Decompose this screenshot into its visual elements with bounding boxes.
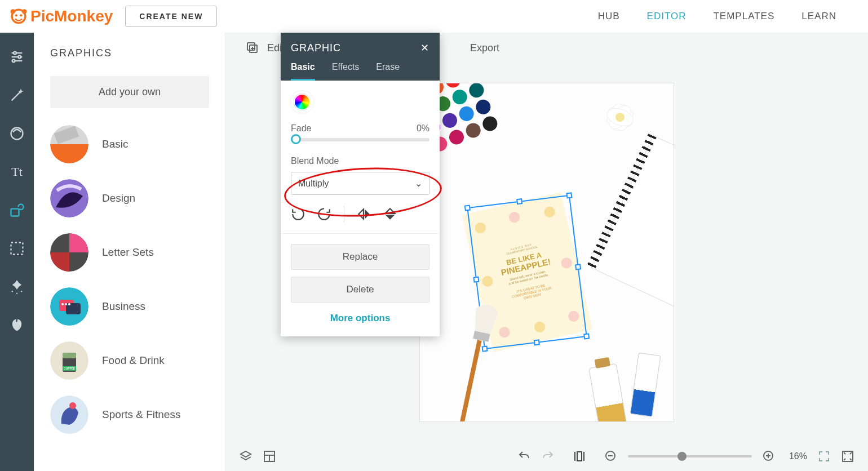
category-label: Food & Drink <box>102 354 165 367</box>
brand-text: PicMonkey <box>30 7 113 25</box>
nav-learn[interactable]: LEARN <box>801 11 836 22</box>
svg-rect-35 <box>247 43 255 50</box>
create-new-button[interactable]: CREATE NEW <box>125 6 217 27</box>
canvas[interactable]: ALGIES BAY ELEMENTARY SCHOOL BE LIKE A P… <box>420 83 674 421</box>
svg-point-25 <box>65 303 67 305</box>
svg-rect-29 <box>63 353 76 358</box>
category-label: Design <box>102 192 135 205</box>
tab-effects[interactable]: Effects <box>332 62 360 81</box>
category-letter-sets[interactable]: Letter Sets <box>50 233 209 272</box>
export-label[interactable]: Export <box>470 42 499 54</box>
svg-rect-12 <box>11 209 19 216</box>
svg-rect-45 <box>457 332 483 421</box>
svg-point-24 <box>61 303 64 305</box>
category-basic[interactable]: Basic <box>50 125 209 163</box>
monkey-icon <box>9 7 28 26</box>
tool-magic-icon[interactable] <box>8 87 25 104</box>
food-thumb-icon: COFFEE <box>50 341 88 380</box>
svg-point-44 <box>615 113 625 122</box>
fade-value: 0% <box>417 123 429 134</box>
blend-label: Blend Mode <box>291 156 429 166</box>
chevron-down-icon: ⌄ <box>415 178 422 189</box>
panel-title: GRAPHIC <box>291 42 341 54</box>
fade-slider[interactable] <box>291 138 429 141</box>
tube-yellow <box>588 363 629 421</box>
svg-point-8 <box>18 56 21 59</box>
fade-label: Fade <box>291 123 311 134</box>
lettersets-thumb-icon <box>50 233 88 272</box>
category-label: Sports & Fitness <box>102 408 180 421</box>
redo-icon[interactable] <box>541 450 555 463</box>
replace-button[interactable]: Replace <box>291 244 429 270</box>
category-label: Business <box>102 300 145 313</box>
svg-point-6 <box>14 52 16 55</box>
nav-editor[interactable]: EDITOR <box>647 11 687 22</box>
category-label: Basic <box>102 138 128 150</box>
svg-text:COFFEE: COFFEE <box>64 367 76 370</box>
design-thumb-icon <box>50 179 88 217</box>
svg-point-3 <box>15 14 17 16</box>
category-design[interactable]: Design <box>50 179 209 217</box>
layers-icon[interactable] <box>239 450 253 463</box>
blend-value: Multiply <box>298 179 329 189</box>
svg-point-26 <box>68 303 70 305</box>
flower-decor <box>589 95 651 145</box>
svg-point-4 <box>20 14 22 16</box>
svg-point-1 <box>11 9 16 14</box>
category-food-drink[interactable]: COFFEE Food & Drink <box>50 341 209 380</box>
brand-logo[interactable]: PicMonkey <box>9 7 113 26</box>
svg-rect-50 <box>577 452 582 461</box>
svg-point-16 <box>16 293 17 294</box>
tube-blue <box>630 353 661 417</box>
grid-icon[interactable] <box>263 450 276 463</box>
category-sports-fitness[interactable]: Sports & Fitness <box>50 396 209 434</box>
tool-textures-icon[interactable] <box>8 278 25 295</box>
nav-hub[interactable]: HUB <box>598 11 620 22</box>
rotate-cw-icon[interactable] <box>317 207 331 221</box>
nav-templates[interactable]: TEMPLATES <box>713 11 774 22</box>
color-wheel[interactable] <box>291 91 313 113</box>
fullscreen-icon[interactable] <box>841 450 854 463</box>
sidebar-title: GRAPHICS <box>50 47 209 59</box>
notebook-decor <box>591 135 674 313</box>
flip-vertical-icon[interactable] <box>383 207 397 221</box>
blend-mode-select[interactable]: Multiply ⌄ <box>291 172 429 195</box>
fit-icon[interactable] <box>573 450 586 463</box>
svg-point-15 <box>21 291 22 292</box>
tool-text-icon[interactable]: Tt <box>8 163 25 180</box>
tool-frames-icon[interactable] <box>8 240 25 257</box>
zoom-value: 16% <box>789 451 807 461</box>
category-label: Letter Sets <box>102 246 154 259</box>
svg-point-2 <box>22 9 27 14</box>
tab-basic[interactable]: Basic <box>291 62 315 81</box>
flip-horizontal-icon[interactable] <box>357 207 371 221</box>
zoom-in-icon[interactable] <box>762 450 776 463</box>
expand-icon[interactable] <box>817 450 831 463</box>
more-options-link[interactable]: More options <box>291 309 429 326</box>
delete-button[interactable]: Delete <box>291 277 429 303</box>
undo-icon[interactable] <box>517 450 531 463</box>
tool-touchup-icon[interactable] <box>8 125 25 142</box>
tool-themes-icon[interactable] <box>8 317 25 334</box>
sports-thumb-icon <box>50 396 88 434</box>
business-thumb-icon <box>50 287 88 326</box>
layers-duplicate-icon[interactable] <box>246 41 259 55</box>
svg-point-14 <box>12 291 13 292</box>
tool-adjustments[interactable] <box>8 48 25 65</box>
svg-point-10 <box>12 60 15 63</box>
tab-erase[interactable]: Erase <box>376 62 400 81</box>
zoom-out-icon[interactable] <box>604 450 618 463</box>
basic-thumb-icon <box>50 125 88 163</box>
svg-point-33 <box>69 402 76 409</box>
close-icon[interactable]: ✕ <box>420 42 429 54</box>
tool-graphics-icon[interactable] <box>8 202 25 219</box>
rotate-ccw-icon[interactable] <box>291 207 305 221</box>
graphic-panel: GRAPHIC ✕ Basic Effects Erase Fade 0% Bl… <box>281 33 440 336</box>
category-business[interactable]: Business <box>50 287 209 326</box>
svg-rect-23 <box>66 303 81 314</box>
svg-rect-13 <box>11 243 23 255</box>
zoom-slider[interactable] <box>628 455 752 457</box>
add-your-own-button[interactable]: Add your own <box>50 76 209 108</box>
